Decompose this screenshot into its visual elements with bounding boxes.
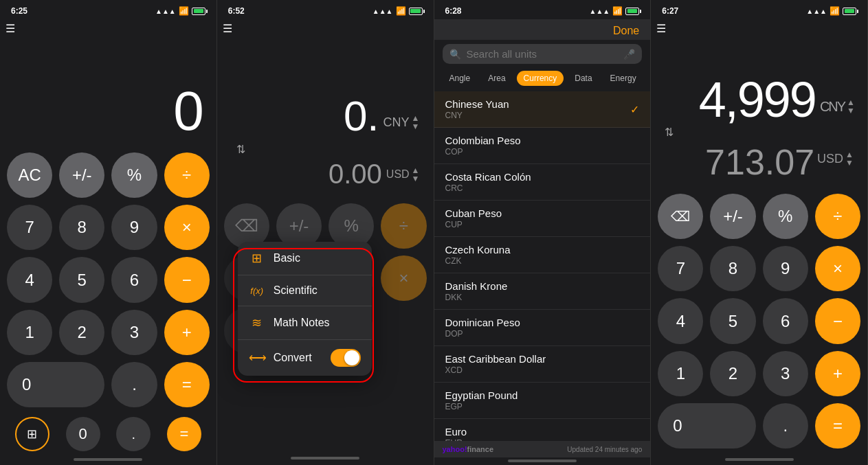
secondary-currency-2: USD — [386, 168, 410, 181]
btn-4[interactable]: 4 — [7, 257, 52, 302]
btn-3-4[interactable]: 3 — [763, 351, 808, 396]
btn-plus-minus[interactable]: +/- — [59, 152, 104, 198]
battery-1 — [192, 8, 205, 15]
convert-label: Convert — [274, 352, 312, 364]
btn-7-4[interactable]: 7 — [658, 246, 703, 291]
scientific-icon: f(x) — [249, 286, 265, 296]
btn-backspace-4[interactable]: ⌫ — [658, 194, 703, 239]
btn-multiply[interactable]: × — [164, 205, 210, 250]
wifi-4: 📶 — [830, 6, 840, 16]
search-input[interactable] — [467, 48, 619, 60]
convert-row: ⟷ Convert — [238, 340, 372, 376]
mic-icon[interactable]: 🎤 — [623, 49, 635, 60]
btn-6[interactable]: 6 — [111, 257, 157, 302]
swap-icon-2[interactable]: ⇅ — [231, 140, 251, 159]
btn-ac[interactable]: AC — [7, 152, 52, 198]
hamburger-menu-4[interactable]: ☰ — [651, 19, 867, 35]
signal-1: ▲▲▲ — [155, 8, 176, 15]
btn-minus[interactable]: − — [164, 257, 210, 302]
bg-btn-mul: × — [381, 256, 426, 301]
btn-eq-4[interactable]: = — [815, 403, 860, 449]
currency-code-czk: CZK — [445, 256, 511, 266]
convert-toggle[interactable] — [331, 349, 361, 367]
btn-5-4[interactable]: 5 — [710, 298, 755, 343]
btn-8[interactable]: 8 — [59, 205, 104, 250]
hamburger-menu-1[interactable]: ☰ — [0, 19, 216, 35]
currency-name-cny: Chinese Yuan — [445, 98, 509, 110]
btn-pct-4[interactable]: % — [763, 194, 808, 239]
tab-angle[interactable]: Angle — [443, 71, 478, 86]
signal-3: ▲▲▲ — [590, 8, 610, 15]
btn-9-4[interactable]: 9 — [763, 246, 808, 291]
currency-list: Chinese Yuan CNY ✓ Colombian Peso COP Co… — [434, 91, 651, 441]
btn-add-4[interactable]: + — [815, 351, 860, 396]
currency-item-cny[interactable]: Chinese Yuan CNY ✓ — [434, 91, 651, 128]
panel-3-currency-list: 6:28 ▲▲▲ 📶 Done 🔍 🎤 Angle Area Currency … — [434, 0, 652, 465]
btn-dot-bottom[interactable]: . — [116, 417, 151, 451]
btn-zero[interactable]: 0 — [7, 362, 104, 407]
btn-3[interactable]: 3 — [111, 310, 157, 355]
currency-code-egp: EGP — [445, 402, 518, 411]
status-bar-1: 6:25 ▲▲▲ 📶 — [0, 0, 216, 19]
time-1: 6:25 — [11, 6, 27, 16]
btn-zero-bottom[interactable]: 0 — [66, 417, 100, 451]
menu-item-math-notes[interactable]: ≋ Math Notes — [238, 306, 372, 340]
checkmark-cny: ✓ — [630, 103, 639, 116]
tab-force[interactable]: Force — [647, 71, 651, 86]
time-4: 6:27 — [662, 6, 678, 16]
btn-6-4[interactable]: 6 — [763, 298, 808, 343]
usd-arrows: ▲▼ — [412, 166, 420, 183]
btn-8-4[interactable]: 8 — [710, 246, 755, 291]
btn-9[interactable]: 9 — [111, 205, 157, 250]
btn-sub-4[interactable]: − — [815, 298, 860, 343]
currency-name-crc: Costa Rican Colón — [445, 171, 531, 183]
hamburger-menu-2[interactable]: ☰ — [217, 19, 434, 35]
btn-1[interactable]: 1 — [7, 310, 52, 355]
swap-icon-4[interactable]: ⇅ — [665, 124, 674, 141]
currency-code-xcd: XCD — [445, 365, 546, 375]
search-bar[interactable]: 🔍 🎤 — [443, 44, 643, 64]
currency-item-xcd[interactable]: East Caribbean Dollar XCD — [434, 346, 651, 383]
currency-item-czk[interactable]: Czech Koruna CZK — [434, 237, 651, 273]
currency-item-cop[interactable]: Colombian Peso COP — [434, 128, 651, 164]
currency-item-cup[interactable]: Cuban Peso CUP — [434, 201, 651, 237]
currency-item-eur[interactable]: Euro EUR — [434, 419, 651, 441]
battery-4 — [843, 8, 856, 15]
done-button[interactable]: Done — [613, 25, 639, 37]
btn-pm-4[interactable]: +/- — [710, 194, 755, 239]
usd-arrows-4: ▲▼ — [845, 150, 854, 167]
basic-label: Basic — [274, 252, 300, 264]
btn-2-4[interactable]: 2 — [710, 351, 755, 396]
menu-item-basic[interactable]: ⊞ Basic — [238, 242, 372, 275]
btn-equals-bottom[interactable]: = — [167, 417, 201, 451]
tab-data[interactable]: Data — [568, 71, 599, 86]
time-3: 6:28 — [445, 6, 462, 16]
currency-item-egp[interactable]: Egyptian Pound EGP — [434, 383, 651, 419]
btn-7[interactable]: 7 — [7, 205, 52, 250]
btn-2[interactable]: 2 — [59, 310, 104, 355]
btn-dot[interactable]: . — [111, 362, 157, 407]
currency-item-crc[interactable]: Costa Rican Colón CRC — [434, 164, 651, 201]
bg-btn-div: ÷ — [381, 203, 426, 249]
btn-plus[interactable]: + — [164, 310, 210, 355]
btn-divide[interactable]: ÷ — [164, 152, 210, 198]
status-bar-2: 6:52 ▲▲▲ 📶 — [217, 0, 434, 19]
tab-currency[interactable]: Currency — [517, 71, 564, 86]
btn-mul-4[interactable]: × — [815, 246, 860, 291]
btn-1-4[interactable]: 1 — [658, 351, 703, 396]
calculator-mode-button[interactable]: ⊞ — [15, 417, 49, 451]
btn-equals[interactable]: = — [164, 362, 210, 407]
btn-5[interactable]: 5 — [59, 257, 104, 302]
currency-item-dop[interactable]: Dominican Peso DOP — [434, 310, 651, 346]
btn-4-4[interactable]: 4 — [658, 298, 703, 343]
tab-area[interactable]: Area — [481, 71, 512, 86]
btn-percent[interactable]: % — [111, 152, 157, 198]
tab-energy[interactable]: Energy — [603, 71, 643, 86]
btn-dot-4[interactable]: . — [763, 403, 808, 449]
menu-item-scientific[interactable]: f(x) Scientific — [238, 275, 372, 306]
basic-icon: ⊞ — [249, 251, 265, 266]
currency-name-dkk: Danish Krone — [445, 280, 508, 292]
currency-item-dkk[interactable]: Danish Krone DKK — [434, 273, 651, 310]
btn-div-4[interactable]: ÷ — [815, 194, 860, 239]
btn-zero-4[interactable]: 0 — [658, 403, 755, 449]
